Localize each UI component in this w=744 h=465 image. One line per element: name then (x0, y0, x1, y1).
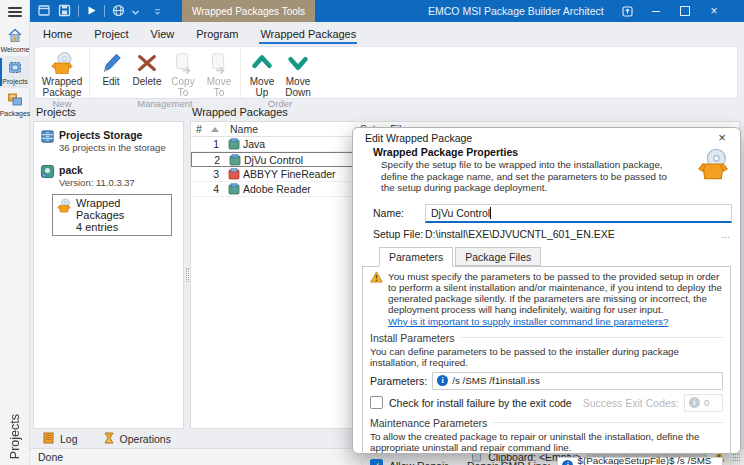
qat-customize-icon[interactable] (154, 5, 161, 17)
menu-icon[interactable] (0, 0, 30, 24)
tree-item-pack[interactable]: pack Version: 11.0.3.37 (34, 161, 183, 191)
tab-view[interactable]: View (150, 28, 176, 44)
exit-code-checkbox-label[interactable]: Check for install failure by the exit co… (389, 397, 572, 409)
tree-item-detail: 36 projects in the storage (59, 142, 166, 153)
success-exit-codes-label: Success Exit Codes: (583, 397, 679, 409)
ribbon-tab-bar: Home Project View Program Wrapped Packag… (42, 25, 357, 44)
name-label: Name: (373, 207, 425, 219)
tab-package-files[interactable]: Package Files (455, 247, 541, 266)
warning-box: You must specify the parameters to be pa… (370, 271, 723, 327)
dialog-header: Wrapped Package Properties Specify the s… (353, 145, 740, 196)
title-bar: Wrapped Packages Tools EMCO MSI Package … (30, 0, 744, 22)
row-name: Java (243, 138, 355, 150)
new-project-icon[interactable] (38, 4, 51, 19)
ribbon-button-label: Move Up (244, 77, 280, 98)
chevron-down-icon (286, 50, 310, 76)
column-header-name[interactable]: Name (225, 123, 355, 135)
maximize-button[interactable] (679, 5, 691, 17)
ribbon-button-label: Delete (133, 77, 162, 88)
edit-pencil-icon (99, 50, 123, 76)
tree-item-label: Wrapped Packages (76, 197, 124, 221)
window-controls: × (621, 0, 720, 22)
install-parameters-description: You can define parameters to be passed t… (370, 346, 723, 368)
dialog-title: Edit Wrapped Package (365, 132, 472, 144)
project-icon (40, 164, 55, 181)
dialog-title-bar[interactable]: Edit Wrapped Package × (353, 128, 740, 145)
row-number: 4 (191, 183, 225, 195)
tree-item-detail: 4 entries (76, 221, 118, 233)
wrapped-package-button[interactable]: Wrapped Package (38, 48, 86, 98)
info-icon: i (689, 397, 700, 408)
row-name: DjVu Control (244, 154, 356, 166)
ribbon-group-order: Move Up Move Down Order (241, 47, 319, 98)
log-tab[interactable]: Log (33, 432, 88, 446)
edit-button[interactable]: Edit (93, 48, 129, 88)
ribbon-button-label: Move To (201, 77, 237, 98)
wrapped-package-icon (49, 50, 75, 76)
sidebar-item-projects[interactable]: Projects (0, 56, 30, 88)
globe-dropdown-icon[interactable] (132, 5, 139, 17)
tab-home[interactable]: Home (42, 28, 73, 44)
ribbon-group-label: New (38, 98, 86, 111)
app-sidebar: Welcome Projects Packages Projects (0, 0, 30, 465)
browse-button[interactable]: ... (719, 228, 732, 240)
operations-tab[interactable]: Operations (94, 432, 181, 446)
close-button[interactable]: × (708, 5, 720, 17)
parameters-label: Parameters: (370, 375, 427, 387)
sidebar-item-packages[interactable]: Packages (0, 88, 30, 120)
parameters-input[interactable]: i /s /SMS /f1install.iss (432, 372, 723, 390)
tab-program[interactable]: Program (195, 28, 239, 44)
warning-help-link[interactable]: Why is it important to supply installer … (388, 316, 668, 327)
projects-pane-tab[interactable]: Projects (0, 414, 30, 459)
projects-icon (7, 60, 23, 77)
contextual-tab-group[interactable]: Wrapped Packages Tools (182, 0, 315, 22)
ribbon-display-options-icon[interactable] (621, 5, 633, 17)
log-icon (43, 432, 54, 446)
column-header-num[interactable]: # (191, 123, 205, 135)
allow-repair-label[interactable]: Allow Repair (389, 460, 448, 465)
row-name: Adobe Reader (243, 183, 355, 195)
tab-parameters[interactable]: Parameters (379, 247, 453, 267)
tree-item-projects-storage[interactable]: Projects Storage 36 projects in the stor… (34, 126, 183, 156)
dialog-description: Specify the setup file to be wrapped int… (373, 159, 673, 194)
packages-icon (7, 92, 23, 109)
warning-text: You must specify the parameters to be pa… (388, 271, 722, 315)
row-number: 2 (192, 154, 226, 166)
sort-asc-icon[interactable] (205, 127, 225, 132)
setup-file-value[interactable]: D:\install\EXE\DJVUCNTL_601_EN.EXE (425, 228, 719, 240)
tree-item-wrapped-packages[interactable]: Wrapped Packages 4 entries (52, 194, 172, 236)
delete-button[interactable]: Delete (129, 48, 165, 88)
minimize-button[interactable] (650, 5, 662, 17)
dialog-close-icon[interactable]: × (714, 130, 730, 145)
window-title: EMCO MSI Package Builder Architect (428, 0, 604, 22)
save-project-icon[interactable] (58, 4, 71, 19)
app-window: Wrapped Packages Tools EMCO MSI Package … (0, 0, 744, 465)
row-number: 3 (191, 168, 225, 180)
wrapped-package-icon (695, 146, 731, 184)
success-exit-codes-input: i 0 (684, 394, 723, 412)
tab-project[interactable]: Project (93, 28, 129, 44)
resize-grip[interactable] (733, 453, 740, 461)
tree-item-label: pack (59, 164, 83, 176)
app-icon (226, 154, 244, 166)
ribbon-group-label: Management (93, 98, 237, 111)
projects-panel: Projects Storage 36 projects in the stor… (33, 121, 184, 429)
ribbon-button-label: Move Down (280, 77, 316, 98)
run-icon[interactable] (86, 5, 97, 18)
app-icon (225, 138, 243, 150)
move-up-button[interactable]: Move Up (244, 48, 280, 98)
allow-repair-checkbox[interactable]: ✓ (370, 459, 383, 465)
copy-to-icon (171, 50, 195, 76)
name-input[interactable]: DjVu Control (425, 204, 732, 223)
row-number: 1 (191, 138, 225, 150)
delete-x-icon (135, 50, 159, 76)
tab-wrapped-packages[interactable]: Wrapped Packages (259, 28, 357, 44)
sidebar-item-welcome[interactable]: Welcome (0, 24, 30, 56)
toolbar-separator (104, 5, 105, 17)
repair-cmd-input[interactable]: i $(PackageSetupFile)$ /s /SMS /f1repair… (557, 457, 723, 465)
home-icon (7, 28, 23, 45)
move-down-button[interactable]: Move Down (280, 48, 316, 98)
exit-code-checkbox[interactable] (370, 396, 383, 409)
globe-icon[interactable] (112, 4, 125, 19)
hourglass-icon (104, 432, 114, 446)
